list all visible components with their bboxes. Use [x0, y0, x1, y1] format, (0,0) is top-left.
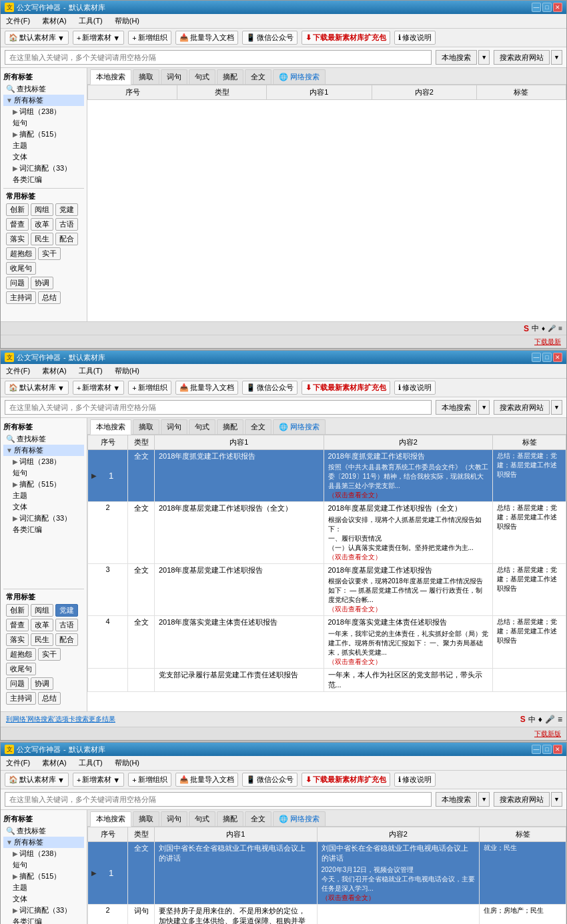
- tag-ducha-2[interactable]: 督查: [6, 619, 29, 631]
- tab-sentence-3[interactable]: 句式: [189, 811, 215, 826]
- sidebar-item-cizhaipei-2[interactable]: ▶ 词汇摘配（33）: [3, 513, 84, 524]
- table-row[interactable]: ▶ 1 全文 2018年度抓党建工作述职报告 2018年度抓党建工作述职报告 按…: [88, 450, 566, 502]
- maximize-btn-3[interactable]: □: [542, 745, 552, 754]
- modify-desc-btn-2[interactable]: ℹ 修改说明: [394, 381, 436, 395]
- menu-help-1[interactable]: 帮助(H): [112, 15, 142, 27]
- sidebar-all-tags-1[interactable]: ▼ 所有标签: [3, 95, 84, 106]
- sidebar-item-cizhaipei-1[interactable]: ▶ 词汇摘配（33）: [3, 163, 84, 174]
- sidebar-item-cizhou-2[interactable]: ▶ 词组（238）: [3, 456, 84, 467]
- tag-wenti-1[interactable]: 问题: [6, 277, 29, 289]
- tag-dangjian-2[interactable]: 党建: [55, 604, 78, 617]
- tag-shouwei-1[interactable]: 收尾句: [6, 262, 36, 275]
- tag-guyu-2[interactable]: 古语: [55, 619, 78, 631]
- default-lib-btn[interactable]: 🏠 默认素材库 ▼: [5, 31, 69, 45]
- web-search-arrow-1[interactable]: ▼: [551, 50, 562, 65]
- add-material-btn[interactable]: + 新增素材 ▼: [73, 31, 124, 45]
- menu-help-3[interactable]: 帮助(H): [112, 757, 142, 769]
- footer-more-link-2[interactable]: 到网络'网络搜索'选项卡搜索更多结果: [5, 713, 117, 725]
- add-group-btn-3[interactable]: + 新增组织: [128, 773, 171, 787]
- menu-material-2[interactable]: 素材(A): [39, 365, 69, 377]
- maximize-btn-1[interactable]: □: [542, 3, 552, 12]
- tag-gaige-2[interactable]: 改革: [31, 619, 53, 631]
- modify-desc-btn-3[interactable]: ℹ 修改说明: [394, 773, 436, 787]
- tab-network-3[interactable]: 🌐 网络搜索: [273, 811, 326, 826]
- tab-network-2[interactable]: 🌐 网络搜索: [273, 419, 326, 434]
- search-input-2[interactable]: [5, 400, 432, 415]
- sidebar-item-duanju-3[interactable]: 短句: [3, 859, 84, 871]
- sidebar-item-wenti-1[interactable]: 文体: [3, 151, 84, 163]
- menu-file-1[interactable]: 文件(F): [3, 15, 33, 27]
- check-tags-3[interactable]: 🔍 查找标签: [3, 825, 84, 837]
- check-tags-2[interactable]: 🔍 查找标签: [3, 433, 84, 445]
- sidebar-item-wenti-2[interactable]: 文体: [3, 501, 84, 513]
- tab-word-1[interactable]: 词句: [161, 69, 187, 84]
- maximize-btn-2[interactable]: □: [542, 353, 552, 362]
- tag-wenti-2[interactable]: 问题: [6, 677, 29, 690]
- tab-extract-1[interactable]: 摘取: [133, 69, 159, 84]
- menu-tools-1[interactable]: 工具(T): [76, 15, 105, 27]
- tab-full-3[interactable]: 全文: [245, 811, 271, 826]
- tag-xietiao-1[interactable]: 协调: [31, 277, 53, 289]
- web-search-arrow-3[interactable]: ▼: [551, 792, 562, 807]
- sidebar-item-huebian-3[interactable]: 各类汇编: [3, 916, 84, 924]
- close-btn-2[interactable]: ✕: [553, 353, 562, 362]
- search-input-3[interactable]: [5, 792, 432, 807]
- tag-xietiao-2[interactable]: 协调: [31, 677, 53, 690]
- minimize-btn-3[interactable]: —: [532, 745, 541, 754]
- sidebar-item-zhuti-2[interactable]: 主题: [3, 490, 84, 501]
- tag-minsheng-1[interactable]: 民生: [31, 233, 53, 245]
- menu-tools-2[interactable]: 工具(T): [76, 365, 105, 377]
- tag-shigan-1[interactable]: 实干: [38, 247, 61, 260]
- footer-download-link-2[interactable]: 下载新版: [533, 729, 562, 739]
- wechat-btn-2[interactable]: 📱 微信公众号: [242, 381, 298, 395]
- check-tags-1[interactable]: 🔍 查找标签: [3, 83, 84, 95]
- sidebar-item-zhaipei-3[interactable]: ▶ 摘配（515）: [3, 871, 84, 882]
- tab-match-1[interactable]: 摘配: [217, 69, 243, 84]
- tab-extract-2[interactable]: 摘取: [133, 419, 159, 434]
- local-search-btn-3[interactable]: 本地搜索: [436, 792, 477, 807]
- tag-shouwei-2[interactable]: 收尾句: [6, 663, 36, 675]
- table-row[interactable]: 2 词句 要坚持房子是用来住的、不是用来炒的定位，加快建立多主体供给、多渠道保障…: [88, 904, 566, 924]
- minimize-btn-2[interactable]: —: [532, 353, 541, 362]
- add-material-btn-2[interactable]: + 新增素材 ▼: [73, 381, 124, 395]
- tab-word-3[interactable]: 词句: [161, 811, 187, 826]
- table-row[interactable]: 4 全文 2018年度落实党建主体责任述职报告 2018年度落实党建主体责任述职…: [88, 616, 566, 668]
- batch-import-btn[interactable]: 📥 批量导入文档: [175, 31, 238, 45]
- sidebar-item-zhaipei-2[interactable]: ▶ 摘配（515）: [3, 479, 84, 490]
- tab-full-1[interactable]: 全文: [245, 69, 271, 84]
- tab-match-3[interactable]: 摘配: [217, 811, 243, 826]
- sidebar-item-duanju-2[interactable]: 短句: [3, 467, 84, 479]
- sidebar-all-tags-3[interactable]: ▼ 所有标签: [3, 837, 84, 848]
- menu-help-2[interactable]: 帮助(H): [112, 365, 142, 377]
- sidebar-item-zhaipei-1[interactable]: ▶ 摘配（515）: [3, 129, 84, 140]
- menu-file-3[interactable]: 文件(F): [3, 757, 33, 769]
- tag-ducha-1[interactable]: 督查: [6, 218, 29, 231]
- download-pkg-btn[interactable]: ⬇ 下载最新素材库扩充包: [302, 31, 390, 45]
- local-search-btn-2[interactable]: 本地搜索: [436, 400, 477, 415]
- tab-extract-3[interactable]: 摘取: [133, 811, 159, 826]
- local-search-arrow-3[interactable]: ▼: [478, 792, 490, 807]
- default-lib-btn-3[interactable]: 🏠 默认素材库 ▼: [5, 773, 69, 787]
- tag-gaige-1[interactable]: 改革: [31, 218, 53, 231]
- local-search-arrow-2[interactable]: ▼: [478, 400, 490, 415]
- tag-zhuchici-2[interactable]: 主持词: [6, 692, 36, 705]
- tag-zongjie-2[interactable]: 总结: [38, 692, 61, 705]
- web-search-btn-2[interactable]: 搜索政府网站: [494, 400, 550, 415]
- sidebar-item-zhuti-3[interactable]: 主题: [3, 882, 84, 893]
- tag-yuezu-1[interactable]: 阅组: [31, 203, 53, 216]
- add-group-btn[interactable]: + 新增组织: [128, 31, 171, 45]
- tag-peihe-1[interactable]: 配合: [55, 233, 78, 245]
- tag-shigan-2[interactable]: 实干: [38, 648, 61, 661]
- close-btn-1[interactable]: ✕: [553, 3, 562, 12]
- tab-match-2[interactable]: 摘配: [217, 419, 243, 434]
- close-btn-3[interactable]: ✕: [553, 745, 562, 754]
- table-row[interactable]: 3 全文 2018年度基层党建工作述职报告 2018年度基层党建工作述职报告 根…: [88, 563, 566, 615]
- table-row[interactable]: ▶ 1 全文 刘国中省长在全省稳就业工作电视电话会议上的讲话 刘国中省长在全省稳…: [88, 842, 566, 905]
- search-input-1[interactable]: [5, 50, 432, 65]
- menu-material-3[interactable]: 素材(A): [39, 757, 69, 769]
- add-material-btn-3[interactable]: + 新增素材 ▼: [73, 773, 124, 787]
- tag-chuangxin-1[interactable]: 创新: [6, 203, 29, 216]
- local-search-arrow-1[interactable]: ▼: [478, 50, 490, 65]
- sidebar-item-huebian-1[interactable]: 各类汇编: [3, 174, 84, 185]
- tag-dangjian-1[interactable]: 党建: [55, 203, 78, 216]
